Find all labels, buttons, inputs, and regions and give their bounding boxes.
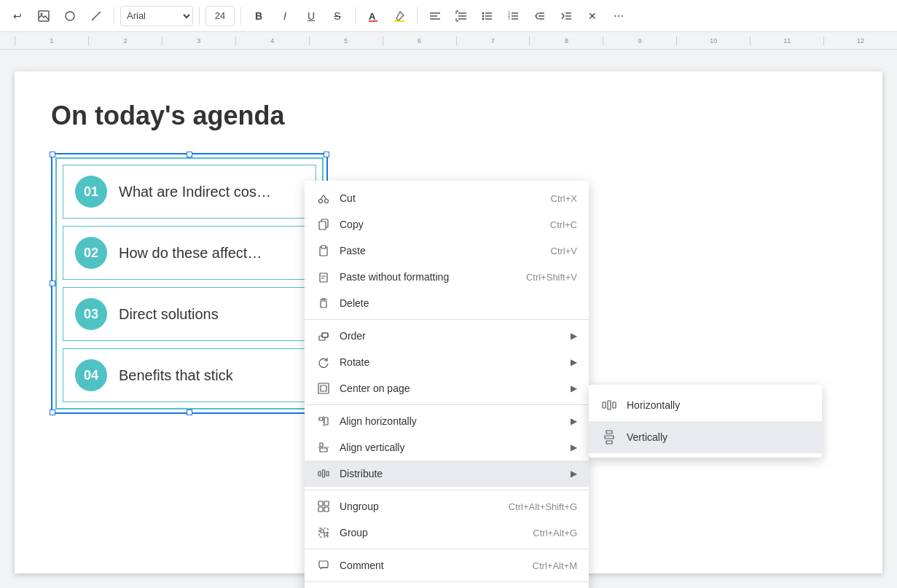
- paste-icon: [316, 243, 331, 258]
- align-vertically-arrow: ▶: [571, 442, 577, 452]
- svg-text:A: A: [369, 11, 376, 22]
- ruler-mark: 4: [235, 36, 309, 45]
- separator-4: [305, 549, 589, 549]
- delete-icon: [316, 296, 331, 310]
- svg-rect-40: [321, 301, 326, 307]
- ruler-mark: 7: [456, 36, 530, 45]
- agenda-number-3: 03: [75, 298, 107, 330]
- comment-icon: [316, 558, 331, 573]
- svg-rect-42: [322, 333, 328, 337]
- center-on-page-arrow: ▶: [571, 383, 577, 393]
- paste-no-format-icon: [316, 270, 331, 284]
- agenda-item-4: 04 Benefits that stick: [63, 348, 316, 402]
- numbered-list-button[interactable]: 1 2 3: [502, 4, 525, 28]
- submenu-item-horizontally[interactable]: Horizontally: [589, 389, 822, 421]
- menu-item-group[interactable]: Group Ctrl+Alt+G: [305, 520, 589, 546]
- copy-label: Copy: [340, 219, 538, 230]
- comment-shortcut: Ctrl+Alt+M: [533, 560, 577, 571]
- svg-rect-60: [321, 530, 324, 533]
- svg-rect-50: [320, 448, 327, 452]
- distribute-vertically-icon: [600, 428, 618, 446]
- more-options-button[interactable]: ⋯: [607, 4, 630, 28]
- menu-item-delete[interactable]: Delete: [305, 290, 589, 316]
- selection-handle-bl[interactable]: [50, 409, 55, 415]
- indent-increase-button[interactable]: [555, 4, 578, 28]
- menu-item-paste[interactable]: Paste Ctrl+V: [305, 238, 589, 264]
- menu-item-paste-without-formatting[interactable]: Paste without formatting Ctrl+Shift+V: [305, 264, 589, 290]
- paste-label: Paste: [340, 245, 539, 256]
- line-button[interactable]: [85, 4, 108, 28]
- svg-rect-71: [605, 436, 614, 439]
- svg-rect-68: [608, 401, 611, 409]
- shapes-button[interactable]: [58, 4, 82, 28]
- menu-item-ungroup[interactable]: Ungroup Ctrl+Alt+Shift+G: [305, 493, 589, 520]
- italic-button[interactable]: I: [273, 4, 297, 28]
- svg-rect-44: [318, 383, 329, 393]
- center-on-page-icon: [316, 381, 331, 396]
- ruler-mark: 6: [383, 36, 456, 45]
- menu-item-animate[interactable]: Animate: [305, 585, 589, 588]
- align-horizontally-arrow: ▶: [571, 416, 577, 426]
- align-left-button[interactable]: [423, 4, 447, 28]
- text-color-button[interactable]: A: [361, 4, 385, 28]
- menu-item-copy[interactable]: Copy Ctrl+C: [305, 211, 589, 238]
- selection-handle-tc[interactable]: [187, 152, 192, 157]
- document-area: On today's agenda 01 What are: [0, 50, 897, 588]
- group-label: Group: [340, 527, 521, 538]
- underline-button[interactable]: U: [299, 4, 323, 28]
- menu-item-cut[interactable]: Cut Ctrl+X: [305, 185, 589, 211]
- svg-rect-67: [603, 402, 606, 408]
- menu-item-align-horizontally[interactable]: Align horizontally ▶: [305, 408, 589, 434]
- cut-icon: [316, 191, 331, 205]
- menu-item-rotate[interactable]: Rotate ▶: [305, 349, 589, 375]
- separator-5: [305, 581, 589, 582]
- menu-item-align-vertically[interactable]: Align vertically ▶: [305, 434, 589, 460]
- distribute-arrow: ▶: [571, 469, 577, 479]
- svg-rect-58: [324, 507, 329, 511]
- selection-handle-bc[interactable]: [187, 409, 192, 415]
- ruler-mark: 11: [750, 36, 823, 45]
- line-spacing-button[interactable]: [450, 4, 473, 28]
- undo-button[interactable]: ↩: [6, 4, 29, 28]
- svg-rect-55: [318, 501, 323, 506]
- clear-format-button[interactable]: ✕: [581, 4, 604, 28]
- agenda-item-2: 02 How do these affect…: [63, 226, 316, 280]
- menu-item-center-on-page[interactable]: Center on page ▶: [305, 375, 589, 401]
- svg-point-17: [482, 17, 485, 20]
- ruler-mark: 3: [162, 36, 235, 45]
- separator-4: [355, 7, 356, 25]
- selection-handle-tl[interactable]: [50, 152, 55, 157]
- separator-3: [305, 490, 589, 490]
- group-icon: [316, 525, 331, 540]
- svg-rect-49: [320, 443, 323, 447]
- highlight-button[interactable]: [388, 4, 411, 28]
- image-button[interactable]: [32, 4, 55, 28]
- ruler-mark: 12: [823, 36, 897, 45]
- align-vertically-icon: [316, 440, 331, 455]
- copy-icon: [316, 217, 331, 232]
- cut-shortcut: Ctrl+X: [551, 193, 577, 204]
- bold-button[interactable]: B: [247, 4, 270, 28]
- svg-rect-69: [613, 402, 616, 408]
- distribute-submenu: Horizontally Vertically: [589, 385, 822, 458]
- indent-decrease-button[interactable]: [528, 4, 552, 28]
- bullet-list-button[interactable]: [476, 4, 499, 28]
- ruler-marks: 1 2 3 4 5 6 7 8 9 10 11 12: [0, 36, 897, 45]
- order-arrow: ▶: [571, 331, 577, 341]
- strikethrough-button[interactable]: S: [326, 4, 349, 28]
- menu-item-order[interactable]: Order ▶: [305, 323, 589, 349]
- svg-point-13: [482, 12, 485, 14]
- selection-handle-tr[interactable]: [324, 152, 329, 157]
- svg-rect-70: [606, 431, 612, 434]
- menu-item-distribute[interactable]: Distribute ▶: [305, 460, 589, 487]
- font-size-input[interactable]: [205, 6, 235, 26]
- separator-1: [305, 319, 589, 320]
- agenda-text-3: Direct solutions: [119, 306, 219, 323]
- selection-handle-ml[interactable]: [50, 281, 55, 286]
- svg-rect-36: [321, 246, 326, 248]
- font-name-select[interactable]: Arial: [120, 6, 193, 26]
- menu-item-comment[interactable]: Comment Ctrl+Alt+M: [305, 552, 589, 579]
- separator-3: [240, 7, 241, 25]
- align-vertically-label: Align vertically: [340, 442, 565, 453]
- submenu-item-vertically[interactable]: Vertically: [589, 421, 822, 453]
